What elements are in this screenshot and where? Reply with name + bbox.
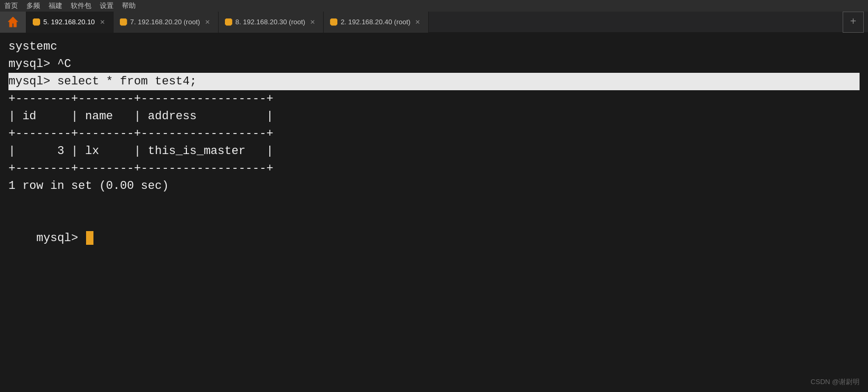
terminal-line-4: +--------+--------+------------------+ bbox=[8, 90, 860, 108]
mysql-prompt: mysql> bbox=[36, 232, 85, 245]
tab-3-close[interactable]: ✕ bbox=[308, 18, 317, 26]
menu-item-software[interactable]: 软件包 bbox=[71, 1, 91, 11]
tab-3[interactable]: 8. 192.168.20.30 (root) ✕ bbox=[219, 12, 324, 33]
terminal-line-2: mysql> ^C bbox=[8, 55, 860, 73]
terminal-line-5: | id | name | address | bbox=[8, 108, 860, 125]
terminal-cursor bbox=[86, 231, 93, 245]
terminal-line-7: | 3 | lx | this_is_master | bbox=[8, 142, 860, 160]
tab-1-close[interactable]: ✕ bbox=[98, 18, 107, 26]
tab-1-icon bbox=[33, 18, 40, 26]
tab-3-icon bbox=[225, 18, 232, 26]
terminal-line-1: systemc bbox=[8, 38, 860, 55]
tab-1[interactable]: 5. 192.168.20.10 ✕ bbox=[26, 12, 114, 33]
menu-item-home[interactable]: 首页 bbox=[4, 1, 18, 11]
tab-4-label: 2. 192.168.20.40 (root) bbox=[341, 18, 410, 26]
tab-2-icon bbox=[120, 18, 127, 26]
tab-bar: 5. 192.168.20.10 ✕ 7. 192.168.20.20 (roo… bbox=[0, 12, 868, 33]
terminal-line-8: +--------+--------+------------------+ bbox=[8, 160, 860, 177]
new-tab-button[interactable]: + bbox=[843, 12, 864, 33]
tab-2-label: 7. 192.168.20.20 (root) bbox=[130, 18, 200, 26]
tab-4-close[interactable]: ✕ bbox=[413, 18, 422, 26]
terminal-line-9: 1 row in set (0.00 sec) bbox=[8, 177, 860, 195]
menu-item-fujian[interactable]: 福建 bbox=[49, 1, 62, 11]
tab-2[interactable]: 7. 192.168.20.20 (root) ✕ bbox=[114, 12, 219, 33]
menu-item-settings[interactable]: 设置 bbox=[100, 1, 114, 11]
terminal-line-10 bbox=[8, 195, 860, 212]
terminal-line-3: mysql> select * from test4; bbox=[8, 73, 860, 90]
tab-4[interactable]: 2. 192.168.20.40 (root) ✕ bbox=[324, 12, 429, 33]
tab-4-icon bbox=[330, 18, 337, 26]
tab-2-close[interactable]: ✕ bbox=[203, 18, 212, 26]
terminal-line-6: +--------+--------+------------------+ bbox=[8, 125, 860, 142]
menu-item-help[interactable]: 帮助 bbox=[122, 1, 136, 11]
terminal-line-11: mysql> bbox=[8, 212, 860, 264]
home-tab-button[interactable] bbox=[0, 12, 26, 33]
watermark: CSDN @谢尉明 bbox=[810, 377, 860, 387]
tab-3-label: 8. 192.168.20.30 (root) bbox=[235, 18, 305, 26]
tab-1-label: 5. 192.168.20.10 bbox=[43, 18, 95, 26]
menu-item-multifreq[interactable]: 多频 bbox=[26, 1, 40, 11]
home-icon bbox=[8, 17, 18, 27]
menu-bar: 首页 多频 福建 软件包 设置 帮助 bbox=[0, 0, 868, 12]
terminal-area[interactable]: systemc mysql> ^C mysql> select * from t… bbox=[0, 33, 868, 392]
